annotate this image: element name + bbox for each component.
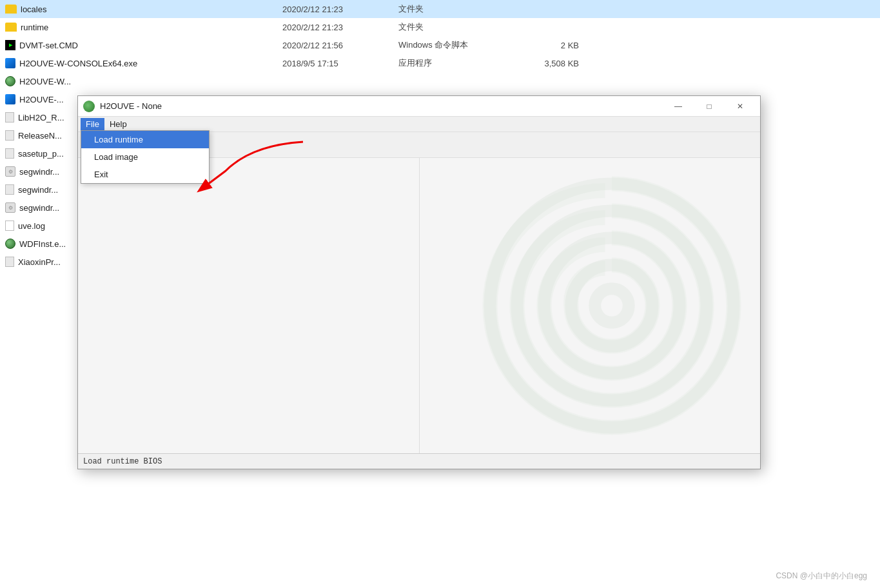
menu-item-file[interactable]: File Load runtime Load image Exit xyxy=(81,118,104,130)
csdn-watermark: CSDN @小白中的小白egg xyxy=(776,571,867,582)
file-type: 应用程序 xyxy=(398,57,514,69)
file-dropdown-menu: Load runtime Load image Exit xyxy=(81,130,210,184)
file-name: H2OUVE-W... xyxy=(19,77,71,86)
file-name: XiaoxinPr... xyxy=(18,257,61,267)
file-name: segwindr... xyxy=(19,167,59,177)
file-name: segwindr... xyxy=(19,203,59,213)
doc-icon xyxy=(5,130,14,141)
doc-icon xyxy=(5,148,14,159)
statusbar: Load runtime BIOS xyxy=(78,453,760,469)
file-name: uve.log xyxy=(18,221,45,231)
file-date: 2020/2/12 21:23 xyxy=(282,5,398,14)
spiral-logo-svg xyxy=(476,170,747,441)
app-content xyxy=(78,158,760,453)
seg-icon: ⚙ xyxy=(5,166,15,177)
window-controls: — □ ✕ xyxy=(663,96,755,117)
file-date: 2018/9/5 17:15 xyxy=(282,59,398,68)
doc-icon xyxy=(5,112,14,122)
restore-button[interactable]: □ xyxy=(694,96,724,117)
list-item[interactable]: ▶ DVMT-set.CMD 2020/2/12 21:56 Windows 命… xyxy=(0,36,880,54)
list-item[interactable]: locales 2020/2/12 21:23 文件夹 xyxy=(0,0,880,18)
folder-icon xyxy=(5,23,17,32)
file-size: 2 KB xyxy=(514,41,579,50)
menu-item-exit[interactable]: Exit xyxy=(81,166,209,183)
menu-item-load-image[interactable]: Load image xyxy=(81,148,209,166)
folder-icon xyxy=(5,5,17,14)
log-icon xyxy=(5,220,14,231)
file-type: 文件夹 xyxy=(398,3,514,15)
menubar: File Load runtime Load image Exit Help xyxy=(78,117,760,132)
menu-label-help: Help xyxy=(110,119,127,129)
file-name: H2OUVE-W-CONSOLEx64.exe xyxy=(19,59,137,68)
list-item[interactable]: runtime 2020/2/12 21:23 文件夹 xyxy=(0,18,880,36)
doc-icon xyxy=(5,184,14,195)
file-date: 2020/2/12 21:23 xyxy=(282,23,398,32)
file-name: sasetup_p... xyxy=(18,149,64,159)
file-type: Windows 命令脚本 xyxy=(398,39,514,51)
svg-point-4 xyxy=(595,289,629,323)
close-button[interactable]: ✕ xyxy=(725,96,755,117)
app-icon xyxy=(83,101,95,112)
file-date: 2020/2/12 21:56 xyxy=(282,41,398,50)
watermark-area xyxy=(78,158,760,453)
exe-icon xyxy=(5,58,15,68)
list-item[interactable]: H2OUVE-W-CONSOLEx64.exe 2018/9/5 17:15 应… xyxy=(0,54,880,72)
file-name: segwindr... xyxy=(18,185,58,195)
file-name: LibH2O_R... xyxy=(18,113,64,122)
menu-item-help[interactable]: Help xyxy=(104,118,132,130)
doc-icon xyxy=(5,257,14,267)
menu-item-load-runtime[interactable]: Load runtime xyxy=(81,131,209,148)
list-item[interactable]: H2OUVE-W... xyxy=(0,72,880,90)
exe-green-icon xyxy=(5,76,15,86)
cmd-icon: ▶ xyxy=(5,40,15,50)
file-name: ReleaseN... xyxy=(18,131,62,141)
statusbar-text: Load runtime BIOS xyxy=(83,457,162,466)
exe-green-icon xyxy=(5,239,15,249)
window-title: H2OUVE - None xyxy=(100,101,663,111)
minimize-button[interactable]: — xyxy=(663,96,693,117)
exe-icon xyxy=(5,94,15,104)
file-type: 文件夹 xyxy=(398,21,514,33)
file-name: locales xyxy=(21,5,46,14)
seg-icon: ⚙ xyxy=(5,202,15,213)
file-name: runtime xyxy=(21,23,48,32)
file-name: WDFInst.e... xyxy=(19,239,66,249)
menu-label-file: File xyxy=(86,119,99,129)
app-window: H2OUVE - None — □ ✕ File Load runtime Lo… xyxy=(77,95,761,469)
file-name: H2OUVE-... xyxy=(19,95,64,104)
file-name: DVMT-set.CMD xyxy=(19,41,78,50)
file-size: 3,508 KB xyxy=(514,59,579,68)
window-titlebar: H2OUVE - None — □ ✕ xyxy=(78,96,760,117)
